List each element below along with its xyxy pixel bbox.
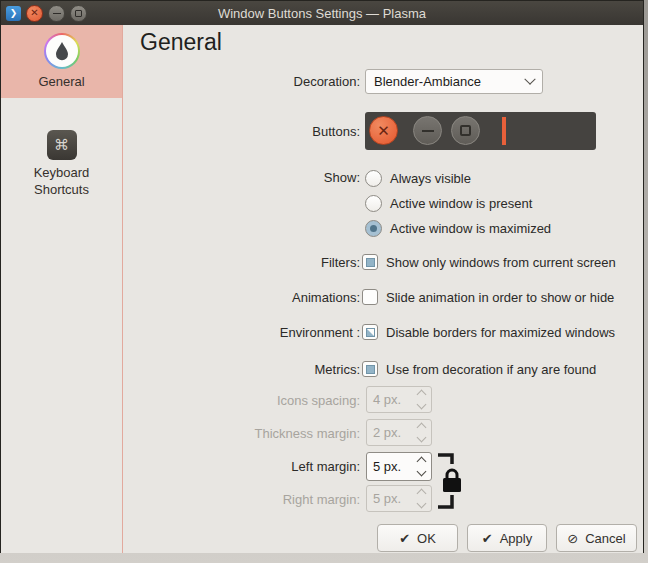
environment-label: Environment :	[123, 325, 360, 340]
checkbox-show-only-current-screen[interactable]	[362, 254, 378, 270]
decoration-value: Blender-Ambiance	[374, 74, 481, 89]
maximize-icon	[460, 125, 471, 136]
decoration-dropdown[interactable]: Blender-Ambiance	[365, 69, 543, 94]
sidebar-item-label: General	[38, 74, 84, 90]
sidebar-item-general[interactable]: General	[1, 25, 122, 98]
ok-button[interactable]: ✔ OK	[377, 524, 458, 552]
check-icon: ✔	[482, 532, 493, 545]
minimize-window-button[interactable]	[48, 5, 65, 22]
cancel-button-label: Cancel	[585, 531, 625, 546]
sidebar-item-label: Keyboard Shortcuts	[5, 165, 118, 198]
left-margin-spinner[interactable]: 5 px.	[366, 452, 432, 481]
filters-label: Filters:	[123, 255, 360, 270]
checkbox-fill	[366, 258, 375, 267]
right-margin-label: Right margin:	[123, 492, 360, 507]
checkbox-label: Show only windows from current screen	[386, 255, 616, 270]
spinner-arrows-icon	[418, 391, 425, 408]
radio-row-active-present: Active window is present	[365, 193, 532, 213]
chevron-down-icon	[524, 73, 535, 84]
checkbox-slide-animation[interactable]	[362, 289, 378, 305]
page-title: General	[140, 29, 222, 56]
check-icon: ✔	[399, 532, 410, 545]
sidebar: General ⌘ Keyboard Shortcuts	[1, 25, 123, 553]
radio-active-window-present[interactable]	[365, 195, 382, 212]
spinner-value: 4 px.	[373, 392, 401, 407]
radio-always-visible[interactable]	[365, 170, 382, 187]
spinner-arrows-icon	[418, 490, 425, 507]
filters-row: Show only windows from current screen	[362, 253, 616, 271]
apply-button-label: Apply	[500, 531, 533, 546]
app-icon: ❯	[6, 6, 21, 21]
sidebar-item-keyboard-shortcuts[interactable]: ⌘ Keyboard Shortcuts	[1, 108, 122, 206]
checkbox-disable-borders-maximized[interactable]	[362, 324, 378, 340]
minimize-icon	[53, 13, 61, 14]
metrics-row: Use from decoration if any are found	[362, 360, 596, 378]
radio-label: Active window is maximized	[390, 221, 551, 236]
checkbox-label: Slide animation in order to show or hide	[386, 290, 614, 305]
maximize-icon	[75, 10, 82, 17]
close-icon: ✕	[377, 123, 390, 138]
spinner-value: 5 px.	[373, 491, 401, 506]
checkbox-label: Disable borders for maximized windows	[386, 325, 615, 340]
preview-minimize-button[interactable]	[413, 116, 442, 145]
desktop-background: Window Buttons Settings — Plasma ❯ ✕ Gen…	[0, 0, 648, 563]
buttons-label: Buttons:	[123, 124, 360, 139]
decoration-label: Decoration:	[123, 74, 360, 89]
left-margin-label: Left margin:	[123, 459, 360, 474]
ok-button-label: OK	[417, 531, 436, 546]
apply-button[interactable]: ✔ Apply	[467, 524, 547, 552]
radio-label: Always visible	[390, 171, 471, 186]
minimize-icon	[422, 130, 434, 132]
right-margin-spinner: 5 px.	[366, 485, 432, 512]
preview-close-button[interactable]: ✕	[369, 116, 398, 145]
buttons-preview-bar[interactable]: ✕	[365, 112, 596, 150]
maximize-window-button[interactable]	[70, 5, 87, 22]
icons-spacing-spinner: 4 px.	[366, 386, 432, 413]
show-label: Show:	[123, 170, 360, 185]
icons-spacing-label: Icons spacing:	[123, 393, 360, 408]
main-content: General Decoration: Blender-Ambiance But…	[123, 25, 643, 553]
environment-row: Disable borders for maximized windows	[362, 323, 615, 341]
checkbox-fill	[366, 365, 375, 374]
animations-row: Slide animation in order to show or hide	[362, 288, 614, 306]
titlebar[interactable]: Window Buttons Settings — Plasma ❯ ✕	[1, 1, 643, 25]
command-key-icon: ⌘	[47, 130, 77, 160]
drop-indicator	[502, 117, 506, 145]
spinner-value: 5 px.	[373, 459, 401, 474]
spinner-value: 2 px.	[373, 425, 401, 440]
settings-window: Window Buttons Settings — Plasma ❯ ✕ Gen…	[0, 0, 644, 553]
window-title: Window Buttons Settings — Plasma	[1, 6, 643, 21]
checkbox-use-from-decoration[interactable]	[362, 361, 378, 377]
radio-row-always-visible: Always visible	[365, 168, 471, 188]
cancel-icon: ⊘	[567, 532, 578, 545]
lock-icon[interactable]	[436, 451, 464, 513]
radio-active-window-maximized[interactable]	[365, 220, 382, 237]
spinner-arrows-icon[interactable]	[418, 458, 425, 475]
metrics-label: Metrics:	[123, 362, 360, 377]
color-drop-icon-inner	[46, 35, 78, 67]
close-window-button[interactable]: ✕	[26, 5, 43, 22]
checkbox-label: Use from decoration if any are found	[386, 362, 596, 377]
radio-row-active-maximized: Active window is maximized	[365, 218, 551, 238]
thickness-margin-spinner: 2 px.	[366, 419, 432, 446]
preview-maximize-button[interactable]	[451, 116, 480, 145]
animations-label: Animations:	[123, 290, 360, 305]
color-drop-icon	[44, 33, 80, 69]
radio-label: Active window is present	[390, 196, 532, 211]
thickness-margin-label: Thickness margin:	[123, 426, 360, 441]
cancel-button[interactable]: ⊘ Cancel	[556, 524, 637, 552]
checkbox-fill	[366, 328, 375, 337]
spinner-arrows-icon	[418, 424, 425, 441]
